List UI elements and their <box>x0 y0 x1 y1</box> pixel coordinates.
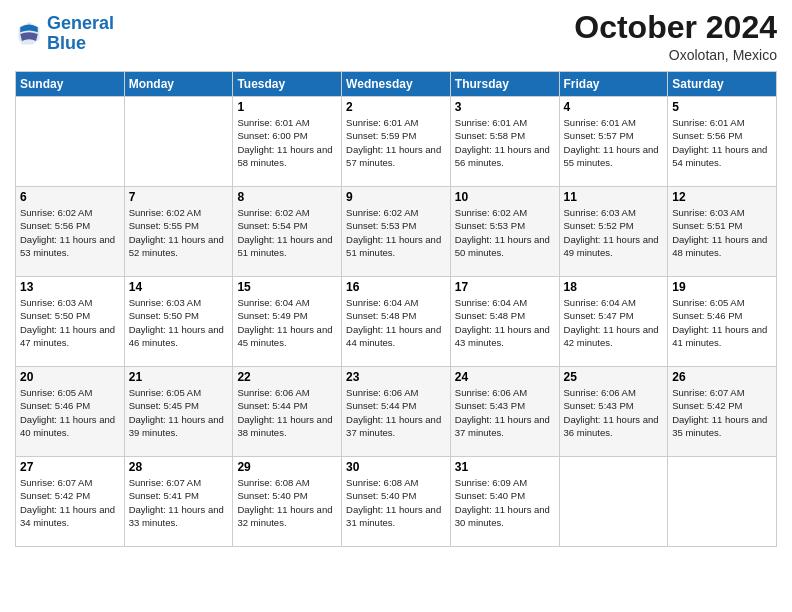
calendar-cell: 14Sunrise: 6:03 AM Sunset: 5:50 PM Dayli… <box>124 277 233 367</box>
cell-info: Sunrise: 6:04 AM Sunset: 5:47 PM Dayligh… <box>564 296 664 349</box>
calendar-cell: 7Sunrise: 6:02 AM Sunset: 5:55 PM Daylig… <box>124 187 233 277</box>
cell-info: Sunrise: 6:01 AM Sunset: 5:56 PM Dayligh… <box>672 116 772 169</box>
calendar-cell: 27Sunrise: 6:07 AM Sunset: 5:42 PM Dayli… <box>16 457 125 547</box>
day-number: 11 <box>564 190 664 204</box>
weekday-wednesday: Wednesday <box>342 72 451 97</box>
calendar-cell: 23Sunrise: 6:06 AM Sunset: 5:44 PM Dayli… <box>342 367 451 457</box>
location-subtitle: Oxolotan, Mexico <box>574 47 777 63</box>
calendar-table: SundayMondayTuesdayWednesdayThursdayFrid… <box>15 71 777 547</box>
day-number: 16 <box>346 280 446 294</box>
calendar-body: 1Sunrise: 6:01 AM Sunset: 6:00 PM Daylig… <box>16 97 777 547</box>
weekday-friday: Friday <box>559 72 668 97</box>
calendar-cell: 18Sunrise: 6:04 AM Sunset: 5:47 PM Dayli… <box>559 277 668 367</box>
calendar-cell: 11Sunrise: 6:03 AM Sunset: 5:52 PM Dayli… <box>559 187 668 277</box>
cell-info: Sunrise: 6:02 AM Sunset: 5:55 PM Dayligh… <box>129 206 229 259</box>
day-number: 10 <box>455 190 555 204</box>
logo: General Blue <box>15 14 114 54</box>
calendar-cell: 5Sunrise: 6:01 AM Sunset: 5:56 PM Daylig… <box>668 97 777 187</box>
cell-info: Sunrise: 6:06 AM Sunset: 5:43 PM Dayligh… <box>564 386 664 439</box>
calendar-cell <box>124 97 233 187</box>
cell-info: Sunrise: 6:06 AM Sunset: 5:44 PM Dayligh… <box>237 386 337 439</box>
cell-info: Sunrise: 6:02 AM Sunset: 5:53 PM Dayligh… <box>346 206 446 259</box>
day-number: 28 <box>129 460 229 474</box>
cell-info: Sunrise: 6:01 AM Sunset: 5:58 PM Dayligh… <box>455 116 555 169</box>
day-number: 1 <box>237 100 337 114</box>
day-number: 22 <box>237 370 337 384</box>
logo-blue: Blue <box>47 33 86 53</box>
calendar-cell: 4Sunrise: 6:01 AM Sunset: 5:57 PM Daylig… <box>559 97 668 187</box>
calendar-cell <box>16 97 125 187</box>
week-row-5: 27Sunrise: 6:07 AM Sunset: 5:42 PM Dayli… <box>16 457 777 547</box>
calendar-cell: 26Sunrise: 6:07 AM Sunset: 5:42 PM Dayli… <box>668 367 777 457</box>
weekday-saturday: Saturday <box>668 72 777 97</box>
day-number: 13 <box>20 280 120 294</box>
day-number: 7 <box>129 190 229 204</box>
cell-info: Sunrise: 6:01 AM Sunset: 5:59 PM Dayligh… <box>346 116 446 169</box>
calendar-cell: 15Sunrise: 6:04 AM Sunset: 5:49 PM Dayli… <box>233 277 342 367</box>
cell-info: Sunrise: 6:07 AM Sunset: 5:42 PM Dayligh… <box>20 476 120 529</box>
day-number: 30 <box>346 460 446 474</box>
calendar-cell <box>559 457 668 547</box>
cell-info: Sunrise: 6:03 AM Sunset: 5:50 PM Dayligh… <box>20 296 120 349</box>
weekday-sunday: Sunday <box>16 72 125 97</box>
cell-info: Sunrise: 6:05 AM Sunset: 5:46 PM Dayligh… <box>672 296 772 349</box>
cell-info: Sunrise: 6:07 AM Sunset: 5:41 PM Dayligh… <box>129 476 229 529</box>
cell-info: Sunrise: 6:02 AM Sunset: 5:54 PM Dayligh… <box>237 206 337 259</box>
day-number: 15 <box>237 280 337 294</box>
day-number: 20 <box>20 370 120 384</box>
cell-info: Sunrise: 6:05 AM Sunset: 5:45 PM Dayligh… <box>129 386 229 439</box>
logo-text: General Blue <box>47 14 114 54</box>
week-row-3: 13Sunrise: 6:03 AM Sunset: 5:50 PM Dayli… <box>16 277 777 367</box>
calendar-cell: 8Sunrise: 6:02 AM Sunset: 5:54 PM Daylig… <box>233 187 342 277</box>
day-number: 9 <box>346 190 446 204</box>
cell-info: Sunrise: 6:04 AM Sunset: 5:48 PM Dayligh… <box>455 296 555 349</box>
cell-info: Sunrise: 6:04 AM Sunset: 5:48 PM Dayligh… <box>346 296 446 349</box>
cell-info: Sunrise: 6:05 AM Sunset: 5:46 PM Dayligh… <box>20 386 120 439</box>
day-number: 17 <box>455 280 555 294</box>
calendar-cell: 2Sunrise: 6:01 AM Sunset: 5:59 PM Daylig… <box>342 97 451 187</box>
calendar-cell: 13Sunrise: 6:03 AM Sunset: 5:50 PM Dayli… <box>16 277 125 367</box>
day-number: 27 <box>20 460 120 474</box>
cell-info: Sunrise: 6:03 AM Sunset: 5:51 PM Dayligh… <box>672 206 772 259</box>
cell-info: Sunrise: 6:02 AM Sunset: 5:53 PM Dayligh… <box>455 206 555 259</box>
day-number: 18 <box>564 280 664 294</box>
title-block: October 2024 Oxolotan, Mexico <box>574 10 777 63</box>
week-row-1: 1Sunrise: 6:01 AM Sunset: 6:00 PM Daylig… <box>16 97 777 187</box>
cell-info: Sunrise: 6:08 AM Sunset: 5:40 PM Dayligh… <box>346 476 446 529</box>
page: General Blue October 2024 Oxolotan, Mexi… <box>0 0 792 612</box>
calendar-cell: 22Sunrise: 6:06 AM Sunset: 5:44 PM Dayli… <box>233 367 342 457</box>
weekday-tuesday: Tuesday <box>233 72 342 97</box>
cell-info: Sunrise: 6:01 AM Sunset: 5:57 PM Dayligh… <box>564 116 664 169</box>
calendar-cell: 30Sunrise: 6:08 AM Sunset: 5:40 PM Dayli… <box>342 457 451 547</box>
weekday-header-row: SundayMondayTuesdayWednesdayThursdayFrid… <box>16 72 777 97</box>
cell-info: Sunrise: 6:06 AM Sunset: 5:44 PM Dayligh… <box>346 386 446 439</box>
day-number: 26 <box>672 370 772 384</box>
calendar-cell: 31Sunrise: 6:09 AM Sunset: 5:40 PM Dayli… <box>450 457 559 547</box>
calendar-cell: 29Sunrise: 6:08 AM Sunset: 5:40 PM Dayli… <box>233 457 342 547</box>
calendar-cell: 6Sunrise: 6:02 AM Sunset: 5:56 PM Daylig… <box>16 187 125 277</box>
day-number: 2 <box>346 100 446 114</box>
weekday-thursday: Thursday <box>450 72 559 97</box>
day-number: 6 <box>20 190 120 204</box>
day-number: 3 <box>455 100 555 114</box>
calendar-cell: 10Sunrise: 6:02 AM Sunset: 5:53 PM Dayli… <box>450 187 559 277</box>
day-number: 25 <box>564 370 664 384</box>
day-number: 21 <box>129 370 229 384</box>
cell-info: Sunrise: 6:04 AM Sunset: 5:49 PM Dayligh… <box>237 296 337 349</box>
calendar-cell: 25Sunrise: 6:06 AM Sunset: 5:43 PM Dayli… <box>559 367 668 457</box>
weekday-monday: Monday <box>124 72 233 97</box>
day-number: 29 <box>237 460 337 474</box>
calendar-cell: 21Sunrise: 6:05 AM Sunset: 5:45 PM Dayli… <box>124 367 233 457</box>
day-number: 24 <box>455 370 555 384</box>
calendar-cell: 19Sunrise: 6:05 AM Sunset: 5:46 PM Dayli… <box>668 277 777 367</box>
day-number: 12 <box>672 190 772 204</box>
calendar-cell: 16Sunrise: 6:04 AM Sunset: 5:48 PM Dayli… <box>342 277 451 367</box>
calendar-cell: 12Sunrise: 6:03 AM Sunset: 5:51 PM Dayli… <box>668 187 777 277</box>
day-number: 4 <box>564 100 664 114</box>
week-row-4: 20Sunrise: 6:05 AM Sunset: 5:46 PM Dayli… <box>16 367 777 457</box>
calendar-cell: 24Sunrise: 6:06 AM Sunset: 5:43 PM Dayli… <box>450 367 559 457</box>
cell-info: Sunrise: 6:01 AM Sunset: 6:00 PM Dayligh… <box>237 116 337 169</box>
cell-info: Sunrise: 6:09 AM Sunset: 5:40 PM Dayligh… <box>455 476 555 529</box>
cell-info: Sunrise: 6:07 AM Sunset: 5:42 PM Dayligh… <box>672 386 772 439</box>
header: General Blue October 2024 Oxolotan, Mexi… <box>15 10 777 63</box>
